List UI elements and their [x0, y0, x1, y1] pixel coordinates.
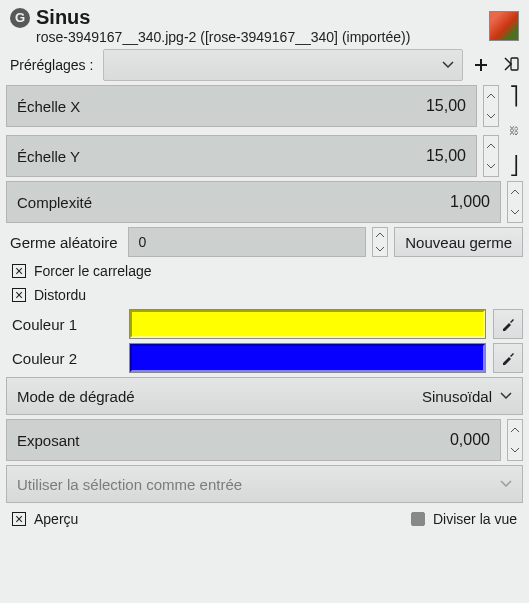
random-seed-input[interactable]: 0 — [128, 227, 367, 257]
random-seed-label: Germe aléatoire — [6, 227, 122, 257]
exposant-spinner[interactable] — [507, 419, 523, 461]
manage-presets-button[interactable] — [499, 53, 523, 77]
chevron-up-icon — [484, 136, 498, 156]
presets-combo[interactable] — [103, 49, 463, 81]
force-tiling-checkbox[interactable] — [12, 264, 26, 278]
force-tiling-label: Forcer le carrelage — [34, 263, 152, 279]
scale-y-spinner[interactable] — [483, 135, 499, 177]
dialog-header: G Sinus rose-3949167__340.jpg-2 ([rose-3… — [0, 0, 529, 49]
color1-picker-button[interactable] — [493, 309, 523, 339]
chevron-down-icon — [508, 440, 522, 460]
scale-x-spinner[interactable] — [483, 85, 499, 127]
dialog-subtitle: rose-3949167__340.jpg-2 ([rose-3949167__… — [10, 29, 481, 45]
preview-label: Aperçu — [34, 511, 78, 527]
color1-label: Couleur 1 — [12, 316, 122, 333]
chevron-down-icon — [500, 480, 512, 488]
split-view-label: Diviser la vue — [433, 511, 517, 527]
blend-mode-label: Mode de dégradé — [17, 388, 135, 405]
presets-row: Préréglages : — [6, 49, 523, 81]
random-seed-value: 0 — [139, 234, 147, 250]
distorted-checkbox[interactable] — [12, 288, 26, 302]
scale-y-value: 15,00 — [426, 147, 466, 165]
scale-x-label: Échelle X — [17, 98, 80, 115]
source-thumbnail — [489, 11, 519, 41]
scale-x-slider[interactable]: Échelle X 15,00 — [6, 85, 477, 127]
gimp-logo-icon: G — [10, 8, 30, 28]
new-seed-label: Nouveau germe — [405, 234, 512, 251]
blend-mode-combo[interactable]: Mode de dégradé Sinusoïdal — [6, 377, 523, 415]
use-selection-label: Utiliser la sélection comme entrée — [17, 476, 242, 493]
scale-y-slider[interactable]: Échelle Y 15,00 — [6, 135, 477, 177]
use-selection-combo: Utiliser la sélection comme entrée — [6, 465, 523, 503]
bracket-bottom-icon: ⎦ — [509, 157, 520, 175]
chevron-down-icon — [373, 242, 387, 256]
complexity-slider[interactable]: Complexité 1,000 — [6, 181, 501, 223]
chevron-up-icon — [373, 228, 387, 242]
chevron-down-icon — [484, 106, 498, 126]
chevron-down-icon — [484, 156, 498, 176]
color1-swatch[interactable] — [130, 310, 485, 338]
eyedropper-icon — [500, 350, 516, 366]
color2-picker-button[interactable] — [493, 343, 523, 373]
menu-icon — [502, 56, 520, 74]
presets-label: Préréglages : — [6, 57, 97, 73]
distorted-label: Distordu — [34, 287, 86, 303]
chevron-down-icon — [442, 61, 454, 69]
color2-label: Couleur 2 — [12, 350, 122, 367]
split-view-checkbox[interactable] — [411, 512, 425, 526]
dialog-title: Sinus — [36, 6, 90, 29]
chevron-down-icon — [508, 202, 522, 222]
blend-mode-value: Sinusoïdal — [422, 388, 492, 405]
bracket-top-icon: ⎤ — [509, 87, 520, 105]
complexity-spinner[interactable] — [507, 181, 523, 223]
color2-swatch[interactable] — [130, 344, 485, 372]
new-seed-button[interactable]: Nouveau germe — [394, 227, 523, 257]
exposant-slider[interactable]: Exposant 0,000 — [6, 419, 501, 461]
chevron-down-icon — [500, 392, 512, 400]
scale-link-toggle[interactable]: ⎤ ⛓ ⎦ — [505, 85, 523, 177]
complexity-label: Complexité — [17, 194, 92, 211]
plus-icon — [473, 57, 489, 73]
chevron-up-icon — [508, 420, 522, 440]
scale-y-label: Échelle Y — [17, 148, 80, 165]
exposant-value: 0,000 — [450, 431, 490, 449]
add-preset-button[interactable] — [469, 53, 493, 77]
exposant-label: Exposant — [17, 432, 80, 449]
scale-x-value: 15,00 — [426, 97, 466, 115]
chevron-up-icon — [484, 86, 498, 106]
preview-checkbox[interactable] — [12, 512, 26, 526]
eyedropper-icon — [500, 316, 516, 332]
random-seed-spinner[interactable] — [372, 227, 388, 257]
chevron-up-icon — [508, 182, 522, 202]
complexity-value: 1,000 — [450, 193, 490, 211]
chain-icon: ⛓ — [509, 126, 519, 136]
